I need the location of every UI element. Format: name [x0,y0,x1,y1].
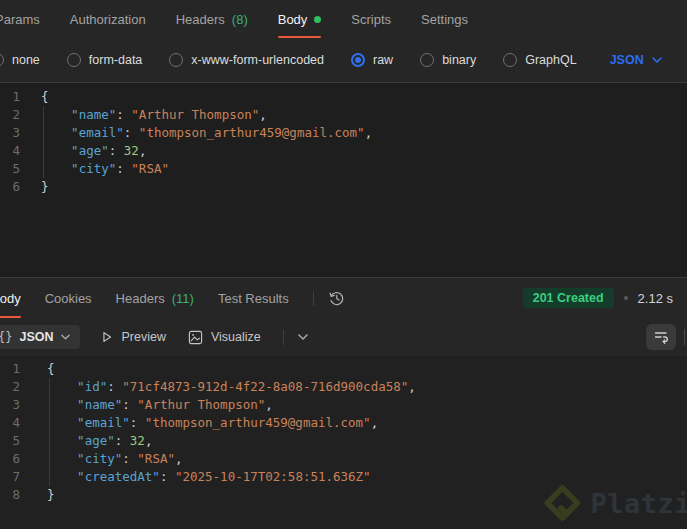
code-line: 3 "name": "Arthur Thompson", [0,396,687,414]
code-text: "name": "Arthur Thompson", [47,396,273,414]
line-number: 4 [0,414,20,432]
chevron-down-icon [61,334,70,340]
response-history-button[interactable] [328,290,345,307]
divider [684,329,685,345]
line-number: 2 [0,106,20,124]
response-format-dropdown[interactable]: {} JSON [0,325,80,349]
response-tab-cookies[interactable]: Cookies [45,278,92,318]
response-format-value: JSON [19,330,53,344]
line-number: 2 [0,378,20,396]
tab-settings-label: Settings [421,12,468,27]
body-type-selector-row: none form-data x-www-form-urlencoded raw… [0,38,687,82]
radio-circle-icon [503,53,517,67]
code-line: 1{ [0,88,687,106]
tab-body-label: Body [278,12,308,27]
history-clock-icon [328,290,345,307]
raw-format-value: JSON [610,53,644,67]
response-time[interactable]: 2.12 s [638,291,673,306]
preview-button[interactable]: Preview [100,330,166,344]
line-number: 7 [0,468,20,486]
more-format-options-button[interactable] [298,334,308,340]
radio-circle-icon [67,53,81,67]
response-toolbar: {} JSON Preview Visualize [0,318,687,356]
line-number: 5 [0,160,20,178]
response-tab-body[interactable]: Body [0,278,21,318]
platzi-logo-icon [541,483,581,523]
code-line: 6 "city": "RSA", [0,450,687,468]
request-body-editor[interactable]: 1{2 "name": "Arthur Thompson",3 "email":… [0,83,687,277]
code-text: "name": "Arthur Thompson", [41,106,267,124]
tab-settings[interactable]: Settings [421,0,468,38]
line-number: 1 [0,88,20,106]
response-tabs-bar: Body Cookies Headers (11) Test Results 2… [0,278,687,318]
code-line: 5 "city": "RSA" [0,160,687,178]
code-text: } [47,486,55,504]
radio-selected-icon [351,53,365,67]
code-text: "age": 32, [47,432,152,450]
visualize-label: Visualize [211,330,261,344]
code-line: 4 "age": 32, [0,142,687,160]
line-number: 6 [0,178,20,196]
chevron-down-icon [298,334,308,340]
code-line: 1{ [0,360,687,378]
radio-form-data-label: form-data [89,53,143,67]
response-body-editor[interactable]: Platzi 1{2 "id": "71cf4873-912d-4f22-8a0… [0,356,687,529]
radio-binary[interactable]: binary [420,53,476,67]
tab-headers[interactable]: Headers (8) [176,0,248,38]
code-line: 6} [0,178,687,196]
code-text: { [47,360,55,378]
chevron-down-icon [652,57,662,63]
play-preview-icon [100,330,114,344]
radio-urlencoded-label: x-www-form-urlencoded [191,53,324,67]
tab-authorization-label: Authorization [70,12,146,27]
tab-params[interactable]: Params [0,0,40,38]
code-text: "email": "thompson_arthur459@gmail.com", [47,414,378,432]
response-tab-test-results[interactable]: Test Results [218,278,289,318]
response-tab-headers[interactable]: Headers (11) [116,278,194,318]
radio-binary-label: binary [442,53,476,67]
response-tab-test-results-label: Test Results [218,291,289,306]
raw-format-dropdown[interactable]: JSON [610,53,662,67]
radio-raw[interactable]: raw [351,53,393,67]
divider [283,330,284,345]
wrap-text-button[interactable] [646,324,676,350]
radio-none[interactable]: none [0,53,40,67]
code-line: 4 "email": "thompson_arthur459@gmail.com… [0,414,687,432]
radio-circle-icon [169,53,183,67]
radio-circle-icon [0,53,4,67]
toolbar-right-group [646,324,679,350]
headers-count-badge: (8) [232,12,248,27]
code-text: { [41,88,49,106]
request-tabs-bar: Params Authorization Headers (8) Body Sc… [0,0,687,38]
line-number: 4 [0,142,20,160]
line-number: 5 [0,432,20,450]
code-text: } [41,178,49,196]
code-text: "city": "RSA", [47,450,183,468]
status-badge[interactable]: 201 Created [523,288,614,308]
code-line: 2 "name": "Arthur Thompson", [0,106,687,124]
code-line: 5 "age": 32, [0,432,687,450]
response-tab-cookies-label: Cookies [45,291,92,306]
radio-none-label: none [12,53,40,67]
response-headers-count-badge: (11) [172,291,194,306]
response-tab-headers-label: Headers [116,291,165,306]
code-line: 2 "id": "71cf4873-912d-4f22-8a08-716d900… [0,378,687,396]
radio-graphql-label: GraphQL [525,53,576,67]
visualize-button[interactable]: Visualize [188,330,261,345]
radio-form-data[interactable]: form-data [67,53,143,67]
code-text: "id": "71cf4873-912d-4f22-8a08-716d900cd… [47,378,416,396]
tab-authorization[interactable]: Authorization [70,0,146,38]
code-line: 3 "email": "thompson_arthur459@gmail.com… [0,124,687,142]
indent-guide [43,106,44,178]
radio-graphql[interactable]: GraphQL [503,53,576,67]
code-text: "city": "RSA" [41,160,169,178]
curly-braces-icon: {} [0,330,12,344]
code-text: "email": "thompson_arthur459@gmail.com", [41,124,372,142]
line-number: 8 [0,486,20,504]
radio-x-www-form-urlencoded[interactable]: x-www-form-urlencoded [169,53,324,67]
divider [313,291,314,306]
tab-body[interactable]: Body [278,0,322,38]
tab-params-label: Params [0,12,40,27]
line-number: 1 [0,360,20,378]
tab-scripts[interactable]: Scripts [351,0,391,38]
